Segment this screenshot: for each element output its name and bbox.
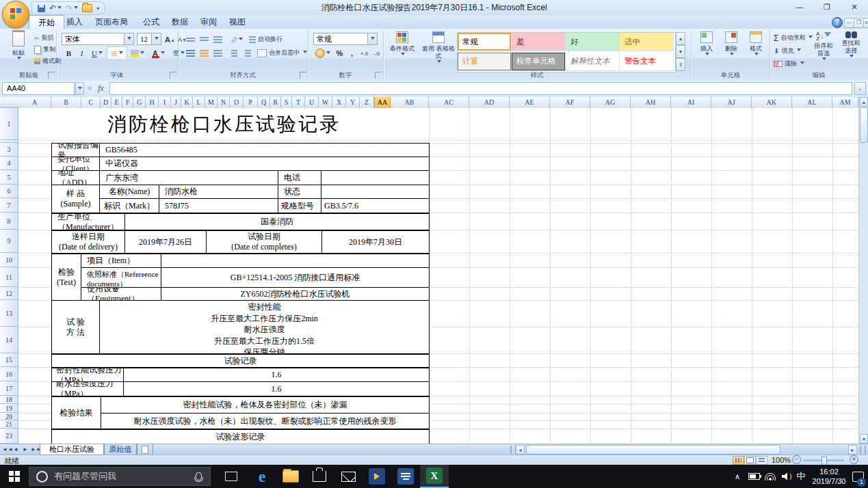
cell-result-seal[interactable]: 密封性能试验，枪体及各密封部位（未）渗漏 (101, 396, 429, 413)
column-header-W[interactable]: W (319, 97, 332, 108)
cell-strength-pressure-label[interactable]: 耐水压强度压力（MPa） (51, 381, 123, 396)
cell-standard-label[interactable]: 依照标准（Refereence documents） (81, 267, 161, 287)
cell-mark-value[interactable]: 578J75 (159, 198, 278, 213)
align-center-button[interactable] (197, 46, 211, 60)
style-check-cell[interactable]: 检查单元格 (512, 53, 566, 71)
italic-button[interactable]: I (75, 46, 89, 60)
column-header-Y[interactable]: Y (346, 97, 360, 108)
start-button[interactable] (0, 465, 29, 488)
format-painter-button[interactable]: 格式刷 (34, 55, 61, 67)
scroll-down-arrow[interactable]: ▼ (860, 434, 868, 444)
workbook-restore-button[interactable]: ❐ (854, 18, 864, 28)
taskbar-search[interactable]: 有问题尽管问我 (29, 467, 211, 486)
cell-address-label[interactable]: 地址（ADD） (51, 170, 99, 185)
cell-mark-label[interactable]: 标识（Mark） (99, 198, 159, 213)
formula-input[interactable] (109, 82, 852, 95)
row-header-7[interactable]: 7 (0, 198, 18, 213)
column-header-D[interactable]: D (101, 97, 111, 108)
cell-standard-value[interactable]: GB+12514.1-2005 消防接口通用标准 (161, 267, 429, 287)
row-header-16[interactable]: 16 (0, 367, 18, 381)
sort-filter-button[interactable]: AZ↓ 排序和 筛选 (811, 31, 836, 71)
cell-test-date-value[interactable]: 2019年7月30日 (321, 230, 429, 253)
cell-result-strength[interactable]: 耐水压强度试验，水枪（未）出现裂纹、断裂或影响正常使用的残余变形 (101, 413, 429, 429)
sheet-tab-raw[interactable]: 原始值 (104, 444, 137, 455)
tray-battery[interactable] (746, 465, 762, 488)
column-header-E[interactable]: E (111, 97, 122, 108)
row-header-3[interactable]: 3 (0, 143, 18, 157)
column-header-M[interactable]: M (205, 97, 218, 108)
column-header-AD[interactable]: AD (469, 97, 510, 108)
normal-view-button[interactable] (733, 456, 744, 465)
column-header-X[interactable]: X (332, 97, 346, 108)
taskbar-edge[interactable]: e (248, 465, 276, 488)
align-right-button[interactable] (211, 46, 225, 60)
cell-client-value[interactable]: 中诺仪器 (99, 157, 429, 170)
row-header-14[interactable]: 14 (0, 327, 18, 353)
column-header-AH[interactable]: AH (631, 97, 671, 108)
taskbar-writer-app[interactable] (391, 465, 420, 488)
row-header-9[interactable]: 9 (0, 230, 18, 253)
delete-cells-button[interactable]: 删除 (720, 31, 743, 71)
style-bad[interactable]: 差 (512, 33, 566, 51)
styles-scroll-up[interactable]: ▲ (676, 32, 685, 45)
cell-waveform-header[interactable]: 试验波形记录 (51, 429, 429, 444)
row-header-8[interactable]: 8 (0, 213, 18, 230)
zoom-level[interactable]: 100% (772, 456, 791, 464)
column-header-G[interactable]: G (133, 97, 146, 108)
cell-method-value[interactable]: 密封性能 升压至最大工作压力保压2min 耐水压强度 升压至最大工作压力的1.5… (99, 300, 429, 353)
column-header-AB[interactable]: AB (391, 97, 429, 108)
cell-address-value[interactable]: 广东东湾 (99, 170, 278, 185)
next-sheet-button[interactable]: ► (21, 446, 29, 454)
cell-spec-value[interactable]: GB3.5/7.6 (321, 198, 429, 213)
tab-page-layout[interactable]: 页面布局 (86, 15, 137, 29)
row-header-6[interactable]: 6 (0, 185, 18, 198)
cell-name-label[interactable]: 名称(Name) (99, 185, 159, 198)
last-sheet-button[interactable]: ►► (31, 446, 39, 454)
column-header-Z[interactable]: Z (360, 97, 374, 108)
row-header-23[interactable]: 23 (0, 429, 18, 444)
undo-button[interactable]: ↶ (49, 3, 62, 13)
task-view-button[interactable] (218, 465, 245, 488)
help-icon[interactable]: ? (832, 17, 843, 28)
row-header-18[interactable]: 18 (0, 396, 18, 404)
page-layout-view-button[interactable] (744, 456, 756, 465)
cell-report-no-label[interactable]: 试验报告编号 (51, 143, 99, 157)
increase-indent-button[interactable] (241, 46, 255, 60)
decrease-decimal-button[interactable]: -.0 (369, 46, 384, 60)
column-header-J[interactable]: J (171, 97, 181, 108)
column-header-AG[interactable]: AG (590, 97, 631, 108)
cell-strength-pressure-value[interactable]: 1.6 (123, 381, 429, 396)
column-header-AM[interactable]: AM (832, 97, 858, 108)
cell-test-record-header[interactable]: 试验记录 (51, 353, 429, 367)
row-header-11[interactable]: 11 (0, 267, 18, 287)
clear-button[interactable]: 清除 (774, 58, 804, 70)
cell-test-date-label[interactable]: 试验日期 (Date of completes) (206, 230, 321, 253)
column-header-AK[interactable]: AK (752, 97, 792, 108)
page-break-view-button[interactable] (756, 456, 767, 465)
column-header-L[interactable]: L (193, 97, 205, 108)
insert-worksheet-tab[interactable] (137, 444, 153, 455)
open-button[interactable] (82, 4, 92, 12)
row-header-21[interactable]: 21 (0, 420, 18, 429)
align-middle-button[interactable] (197, 33, 211, 46)
formula-bar-splitter[interactable] (88, 86, 92, 90)
accounting-format-button[interactable] (313, 46, 332, 60)
redo-button[interactable]: ↷ (66, 3, 78, 13)
action-center-button[interactable]: 1 (848, 465, 868, 488)
column-header-AC[interactable]: AC (429, 97, 469, 108)
close-button[interactable]: ✕ (841, 0, 868, 15)
row-header-13[interactable]: 13 (0, 300, 18, 327)
bold-button[interactable]: B (62, 46, 76, 60)
column-header-F[interactable]: F (122, 97, 133, 108)
restore-button[interactable]: ❐ (813, 0, 841, 15)
column-header-AJ[interactable]: AJ (711, 97, 752, 108)
cell-status-value[interactable] (321, 185, 429, 198)
row-header-15[interactable]: 15 (0, 353, 18, 367)
align-bottom-button[interactable] (211, 33, 225, 46)
row-header-19[interactable]: 19 (0, 404, 18, 413)
taskbar-mail[interactable] (334, 465, 363, 488)
format-cells-button[interactable]: 格式 (744, 31, 767, 71)
column-header-P[interactable]: P (244, 97, 258, 108)
first-sheet-button[interactable]: ◄◄ (2, 446, 10, 454)
style-calculation[interactable]: 计算 (458, 53, 512, 71)
